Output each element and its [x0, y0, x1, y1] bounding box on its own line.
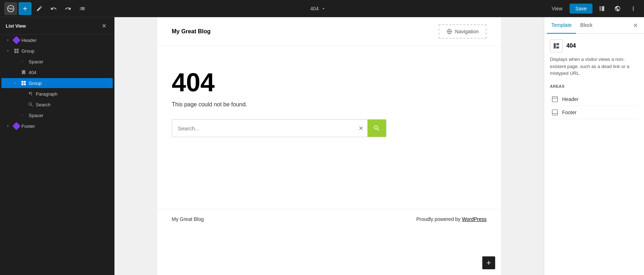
blog-title: My Great Blog — [172, 28, 210, 35]
right-panel-content: 404 Displays when a visitor views a non-… — [544, 34, 644, 275]
area-footer-label: Footer — [562, 110, 576, 115]
toolbar-left — [4, 2, 89, 15]
search-input[interactable] — [172, 121, 355, 136]
page-wrapper: My Great Blog Navigation 404 This page c… — [157, 17, 501, 275]
view-button[interactable]: View — [547, 4, 567, 14]
tree-item-404[interactable]: 404 — [1, 67, 113, 77]
area-footer-icon — [551, 109, 558, 116]
footer-block-icon — [13, 122, 20, 130]
search-block-icon — [27, 101, 34, 108]
404-icon — [20, 69, 27, 76]
svg-rect-6 — [17, 51, 19, 53]
color-scheme-button[interactable] — [611, 2, 624, 15]
svg-rect-4 — [17, 49, 19, 50]
toolbar: 404 View Save — [0, 0, 644, 17]
svg-rect-12 — [554, 43, 556, 49]
tree-item-spacer1[interactable]: Spacer — [1, 57, 113, 67]
canvas: My Great Blog Navigation 404 This page c… — [114, 17, 544, 275]
expand-icon-header — [4, 37, 11, 44]
svg-rect-2 — [602, 6, 604, 11]
more-options-button[interactable] — [627, 2, 640, 15]
footer-label: Footer — [21, 124, 110, 129]
tree-item-group2[interactable]: Group — [1, 78, 113, 88]
svg-rect-10 — [24, 83, 26, 85]
svg-rect-14 — [556, 47, 559, 49]
spacer1-icon — [20, 58, 27, 65]
block-name: 404 — [566, 43, 576, 49]
spacer2-icon — [20, 112, 27, 119]
tree-item-group[interactable]: Group — [1, 46, 113, 56]
navigation-placeholder[interactable]: Navigation — [439, 24, 487, 39]
search-expand — [19, 101, 26, 108]
add-block-canvas-button[interactable] — [482, 256, 495, 269]
spacer2-expand — [11, 112, 19, 119]
area-item-header[interactable]: Header — [550, 93, 638, 106]
list-view-close-button[interactable] — [100, 21, 108, 30]
svg-rect-7 — [21, 81, 23, 83]
area-header-icon — [551, 96, 558, 103]
page-title-button[interactable]: 404 — [307, 4, 329, 14]
list-view-button[interactable] — [76, 2, 89, 15]
paragraph-icon — [27, 90, 34, 97]
error-code: 404 — [172, 68, 487, 97]
search-label: Search — [36, 102, 110, 107]
tab-template[interactable]: Template — [547, 17, 576, 34]
svg-rect-9 — [21, 83, 23, 85]
list-view-header: List View — [0, 17, 114, 35]
add-block-button[interactable] — [19, 2, 31, 15]
svg-rect-1 — [599, 6, 601, 11]
page-title-label: 404 — [310, 6, 318, 11]
footer-powered-text: Proudly powered by WordPress — [416, 216, 487, 222]
areas-label: AREAS — [550, 84, 638, 88]
tree-item-header[interactable]: Header — [1, 35, 113, 45]
redo-button[interactable] — [62, 2, 74, 15]
header-label: Header — [21, 38, 110, 43]
page-footer: My Great Blog Proudly powered by WordPre… — [157, 209, 501, 229]
header-block-icon — [13, 37, 20, 44]
tree-item-paragraph[interactable]: Paragraph — [1, 89, 113, 99]
svg-rect-3 — [14, 49, 16, 50]
svg-rect-15 — [552, 96, 558, 102]
block-icon-box — [550, 39, 563, 52]
main-layout: List View Header Group — [0, 17, 644, 275]
page-content: 404 This page could not be found. — [157, 46, 501, 151]
right-panel-close-button[interactable] — [630, 20, 641, 31]
navigation-label: Navigation — [455, 29, 479, 34]
right-panel: Template Block 404 Displays when a visit… — [544, 17, 644, 275]
wordpress-link[interactable]: WordPress — [462, 216, 487, 222]
toolbar-center: 404 — [90, 4, 546, 14]
list-view-title: List View — [6, 23, 26, 29]
block-title-row: 404 — [550, 39, 638, 52]
paragraph-label: Paragraph — [36, 91, 110, 97]
group-block-icon — [13, 47, 20, 54]
save-button[interactable]: Save — [570, 4, 592, 14]
spacer2-label: Spacer — [29, 113, 110, 118]
layout-toggle-button[interactable] — [595, 2, 608, 15]
wp-logo[interactable] — [4, 2, 17, 15]
expand-icon-group — [4, 47, 11, 54]
tab-block[interactable]: Block — [576, 17, 597, 34]
group2-block-icon — [20, 79, 27, 87]
search-clear-button[interactable] — [355, 122, 367, 135]
expand-icon-footer — [4, 122, 11, 130]
block-description: Displays when a visitor views a non-exis… — [550, 56, 638, 77]
list-view-panel: List View Header Group — [0, 17, 114, 275]
area-item-footer[interactable]: Footer — [550, 106, 638, 119]
404-expand — [11, 69, 19, 76]
tree-item-spacer2[interactable]: Spacer — [1, 110, 113, 120]
expand-icon-group2 — [11, 79, 19, 87]
edit-button[interactable] — [33, 2, 46, 15]
404-label: 404 — [29, 70, 110, 75]
undo-button[interactable] — [47, 2, 60, 15]
tree-item-search[interactable]: Search — [1, 100, 113, 110]
right-panel-tabs: Template Block — [544, 17, 644, 34]
toolbar-right: View Save — [547, 2, 640, 15]
svg-rect-13 — [556, 43, 559, 45]
search-bar — [172, 119, 386, 137]
spacer1-label: Spacer — [29, 59, 110, 64]
tree-item-footer[interactable]: Footer — [1, 121, 113, 131]
spacer1-expand — [11, 58, 19, 65]
group-label: Group — [21, 48, 110, 54]
search-submit-button[interactable] — [367, 120, 386, 137]
svg-rect-8 — [24, 81, 26, 83]
